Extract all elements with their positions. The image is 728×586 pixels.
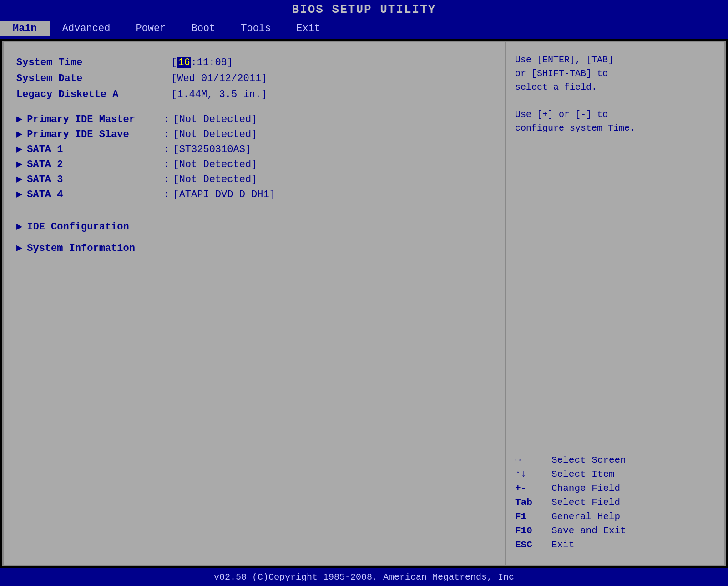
device-arrow-icon: ▶ <box>16 143 22 155</box>
menu-item-main[interactable]: Main <box>0 21 50 36</box>
device-row[interactable]: ▶SATA 2:[Not Detected] <box>16 158 492 170</box>
key-action: Change Field <box>551 483 620 494</box>
device-colon: : <box>163 159 169 170</box>
right-divider <box>515 152 715 152</box>
device-arrow-icon: ▶ <box>16 173 22 185</box>
content-area: System Time [16:11:08] System Date [Wed … <box>2 41 726 566</box>
section-arrow-icon: ▶ <box>16 220 22 233</box>
key-action: Select Item <box>551 469 615 479</box>
key-row: F1General Help <box>515 511 715 522</box>
device-label: SATA 4 <box>27 189 163 200</box>
system-date-value: [Wed 01/12/2011] <box>171 73 267 84</box>
system-time-value: [16:11:08] <box>171 57 233 68</box>
device-value: [Not Detected] <box>173 159 257 170</box>
menu-bar: MainAdvancedPowerBootToolsExit <box>0 19 728 39</box>
key-name: +- <box>515 483 551 494</box>
device-arrow-icon: ▶ <box>16 158 22 170</box>
device-row[interactable]: ▶SATA 4:[ATAPI DVD D DH1] <box>16 188 492 200</box>
right-panel: Use [ENTER], [TAB] or [SHIFT-TAB] to sel… <box>506 42 724 565</box>
device-label: SATA 3 <box>27 174 163 185</box>
key-action: General Help <box>551 511 620 522</box>
key-action: Exit <box>551 540 574 550</box>
system-time-label: System Time <box>16 57 171 68</box>
device-label: SATA 2 <box>27 159 163 170</box>
device-colon: : <box>163 114 169 125</box>
device-row[interactable]: ▶SATA 3:[Not Detected] <box>16 173 492 185</box>
device-value: [Not Detected] <box>173 129 257 140</box>
key-row: +-Change Field <box>515 483 715 494</box>
device-value: [ST3250310AS] <box>173 144 251 155</box>
device-arrow-icon: ▶ <box>16 128 22 140</box>
bios-title: BIOS SETUP UTILITY <box>0 0 728 19</box>
key-action: Select Screen <box>551 455 626 465</box>
device-colon: : <box>163 129 169 140</box>
sections-list: ▶IDE Configuration▶System Information <box>16 211 492 254</box>
help-line6: configure system Time. <box>515 123 635 133</box>
legacy-diskette-value: [1.44M, 3.5 in.] <box>171 89 267 100</box>
device-value: [Not Detected] <box>173 174 257 185</box>
device-row[interactable]: ▶Primary IDE Master:[Not Detected] <box>16 113 492 125</box>
help-text: Use [ENTER], [TAB] or [SHIFT-TAB] to sel… <box>515 53 715 135</box>
device-value: [ATAPI DVD D DH1] <box>173 189 275 200</box>
device-colon: : <box>163 174 169 185</box>
help-line3: select a field. <box>515 82 597 92</box>
system-date-label: System Date <box>16 73 171 84</box>
legacy-diskette-label: Legacy Diskette A <box>16 89 171 100</box>
key-row: F10Save and Exit <box>515 525 715 536</box>
legacy-diskette-row: Legacy Diskette A [1.44M, 3.5 in.] <box>16 89 492 100</box>
key-row: ESCExit <box>515 540 715 550</box>
device-row[interactable]: ▶SATA 1:[ST3250310AS] <box>16 143 492 155</box>
section-arrow-icon: ▶ <box>16 242 22 254</box>
key-name: Tab <box>515 497 551 508</box>
help-line2: or [SHIFT-TAB] to <box>515 68 608 79</box>
menu-item-boot[interactable]: Boot <box>178 21 228 36</box>
footer: v02.58 (C)Copyright 1985-2008, American … <box>0 568 728 586</box>
device-row[interactable]: ▶Primary IDE Slave:[Not Detected] <box>16 128 492 140</box>
menu-item-advanced[interactable]: Advanced <box>50 21 123 36</box>
system-time-row: System Time [16:11:08] <box>16 57 492 68</box>
key-row: ↑↓Select Item <box>515 469 715 479</box>
key-help-section: ↔Select Screen↑↓Select Item+-Change Fiel… <box>515 455 715 554</box>
key-name: F10 <box>515 525 551 536</box>
section-item[interactable]: ▶System Information <box>16 242 492 254</box>
device-label: Primary IDE Master <box>27 114 163 125</box>
key-name: ↑↓ <box>515 469 551 479</box>
key-name: ESC <box>515 540 551 550</box>
menu-item-tools[interactable]: Tools <box>228 21 283 36</box>
help-line1: Use [ENTER], [TAB] <box>515 55 613 65</box>
left-panel: System Time [16:11:08] System Date [Wed … <box>4 42 506 565</box>
device-arrow-icon: ▶ <box>16 188 22 200</box>
menu-item-power[interactable]: Power <box>123 21 178 36</box>
section-item[interactable]: ▶IDE Configuration <box>16 220 492 233</box>
menu-item-exit[interactable]: Exit <box>283 21 333 36</box>
device-arrow-icon: ▶ <box>16 113 22 125</box>
key-action: Save and Exit <box>551 525 626 536</box>
device-label: SATA 1 <box>27 144 163 155</box>
system-time-hour: 16 <box>177 57 191 68</box>
device-label: Primary IDE Slave <box>27 129 163 140</box>
section-label: IDE Configuration <box>27 221 129 233</box>
key-name: ↔ <box>515 455 551 465</box>
key-row: TabSelect Field <box>515 497 715 508</box>
help-line5: Use [+] or [-] to <box>515 109 608 120</box>
device-value: [Not Detected] <box>173 114 257 125</box>
section-label: System Information <box>27 243 135 254</box>
device-colon: : <box>163 189 169 200</box>
key-row: ↔Select Screen <box>515 455 715 465</box>
key-name: F1 <box>515 511 551 522</box>
devices-list: ▶Primary IDE Master:[Not Detected]▶Prima… <box>16 113 492 203</box>
device-colon: : <box>163 144 169 155</box>
key-action: Select Field <box>551 497 620 508</box>
system-date-row: System Date [Wed 01/12/2011] <box>16 73 492 84</box>
